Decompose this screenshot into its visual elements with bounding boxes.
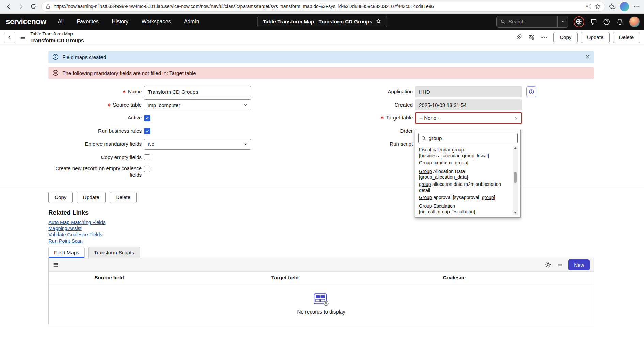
source-table-label: Source table (48, 102, 142, 108)
back-button[interactable] (4, 32, 15, 43)
chat-icon[interactable] (590, 18, 598, 26)
field-row-create-new-record: Create new record on empty coalesce fiel… (48, 165, 278, 181)
dropdown-option[interactable]: group allocation data m2m subscription d… (418, 180, 513, 194)
personalize-sliders-icon[interactable] (528, 34, 535, 41)
update-button-footer[interactable]: Update (77, 192, 105, 203)
related-links-section: Related Links Auto Map Matching Fields M… (48, 209, 644, 244)
delete-button[interactable]: Delete (613, 32, 640, 43)
list-settings-gear-icon[interactable] (545, 261, 551, 268)
context-record-pill[interactable]: Table Transform Map - Transform CD Group… (257, 16, 387, 27)
search-placeholder: Search (508, 19, 525, 25)
related-link-run-point-scan[interactable]: Run Point Scan (48, 238, 644, 244)
list-toolbar: New (49, 258, 594, 272)
list-menu-icon[interactable] (53, 262, 59, 268)
pill-star-icon[interactable] (376, 19, 381, 24)
dropdown-option[interactable]: Group [cmdb_ci_group] (418, 159, 513, 167)
dropdown-scrollbar[interactable] (513, 146, 518, 215)
global-search[interactable]: Search (496, 16, 568, 28)
more-actions-icon[interactable] (541, 34, 547, 41)
address-bar[interactable]: https://nowlearning-nlinst03349989-4w4mc… (41, 2, 605, 12)
attachment-paperclip-icon[interactable] (515, 34, 522, 41)
related-link-mapping-assist[interactable]: Mapping Assist (48, 225, 644, 231)
context-menu-icon[interactable] (20, 34, 26, 41)
browser-actions (608, 2, 640, 11)
active-checkbox[interactable] (144, 115, 150, 121)
delete-button-footer[interactable]: Delete (110, 192, 137, 203)
new-button[interactable]: New (568, 259, 589, 270)
enforce-mandatory-select[interactable]: No (144, 139, 251, 150)
form-footer-buttons: Copy Update Delete (48, 192, 644, 203)
record-buttons: Copy Update Delete (553, 32, 640, 43)
update-button[interactable]: Update (581, 32, 610, 43)
info-banner: Field maps created (48, 51, 594, 63)
servicenow-logo[interactable]: servicenow (6, 17, 46, 26)
form-fields: Name Source table imp_computer (0, 86, 644, 181)
primary-nav: All Favorites History Workspaces Admin (58, 19, 199, 25)
related-list-tabs: Field Maps Transform Scripts (48, 247, 644, 258)
dropdown-option[interactable]: Group Allocation Data [group_allocation_… (418, 167, 513, 180)
read-aloud-icon[interactable]: A (585, 3, 591, 10)
dropdown-option[interactable]: Fiscal calendar group [business_calendar… (418, 146, 513, 159)
nav-item-history[interactable]: History (112, 19, 128, 25)
favorites-bar-icon[interactable] (608, 3, 615, 10)
nav-item-workspaces[interactable]: Workspaces (142, 19, 171, 25)
svg-text:A: A (585, 4, 588, 9)
globe-icon (575, 18, 583, 26)
tab-transform-scripts[interactable]: Transform Scripts (88, 247, 140, 258)
bookmark-star-icon[interactable] (595, 3, 601, 10)
tab-field-maps[interactable]: Field Maps (48, 247, 85, 258)
application-info-button[interactable] (526, 86, 536, 97)
collapse-minus-icon[interactable] (557, 262, 563, 268)
field-row-target-table: Target table -- None -- (320, 112, 575, 124)
run-business-rules-checkbox[interactable] (144, 128, 150, 134)
scroll-up-icon[interactable] (513, 146, 518, 150)
target-table-select[interactable]: -- None -- (415, 112, 522, 124)
svg-text:?: ? (606, 20, 608, 24)
related-link-auto-map[interactable]: Auto Map Matching Fields (48, 219, 644, 225)
scroll-thumb[interactable] (514, 172, 517, 182)
created-value: 2025-10-08 13:31:54 (415, 99, 522, 111)
lock-icon (46, 4, 50, 9)
browser-profile-avatar[interactable] (620, 2, 629, 11)
nav-item-all[interactable]: All (58, 19, 63, 25)
column-coalesce[interactable]: Coalesce (400, 275, 508, 280)
user-avatar[interactable] (629, 16, 640, 28)
nav-item-favorites[interactable]: Favorites (77, 19, 98, 25)
record-type-label: Table Transform Map (30, 31, 84, 37)
related-links-list: Auto Map Matching Fields Mapping Assist … (48, 219, 644, 244)
dropdown-search-box[interactable] (418, 133, 518, 143)
run-script-label: Run script (320, 141, 413, 147)
created-label: Created (320, 102, 413, 108)
header-actions: Search ? (496, 14, 640, 30)
search-scope-caret-icon[interactable] (557, 16, 568, 27)
nav-item-admin[interactable]: Admin (184, 19, 199, 25)
instance-globe-badge[interactable] (574, 16, 585, 28)
name-input[interactable] (144, 86, 251, 97)
section-divider (0, 186, 644, 186)
browser-forward-icon[interactable] (16, 2, 26, 11)
close-icon[interactable] (585, 54, 590, 59)
info-circle-icon (52, 54, 59, 60)
help-icon[interactable]: ? (602, 18, 611, 26)
dropdown-option[interactable]: Group Escalation [on_call_group_escalati… (418, 202, 513, 215)
global-search-field[interactable]: Search (497, 19, 557, 25)
field-row-name: Name (48, 86, 278, 97)
create-new-record-checkbox[interactable] (144, 166, 150, 172)
form-left-column: Name Source table imp_computer (48, 86, 278, 183)
copy-button[interactable]: Copy (553, 32, 578, 43)
copy-empty-fields-checkbox[interactable] (144, 154, 150, 160)
notifications-bell-icon[interactable] (616, 18, 624, 26)
column-target-field[interactable]: Target field (170, 275, 400, 280)
target-table-dropdown: Fiscal calendar group [business_calendar… (415, 130, 521, 218)
dropdown-search-input[interactable] (429, 135, 515, 141)
column-source-field[interactable]: Source field (49, 275, 170, 280)
browser-menu-icon[interactable] (634, 3, 640, 10)
create-new-record-label: Create new record on empty coalesce fiel… (48, 165, 142, 178)
scroll-down-icon[interactable] (513, 210, 518, 215)
related-link-validate-coalesce[interactable]: Validate Coalesce Fields (48, 231, 644, 238)
source-table-select[interactable]: imp_computer (144, 99, 251, 111)
dropdown-option[interactable]: Group approval [sysapproval_group] (418, 193, 513, 202)
browser-back-icon[interactable] (4, 2, 13, 11)
browser-refresh-icon[interactable] (29, 2, 38, 11)
copy-button-footer[interactable]: Copy (48, 192, 73, 203)
